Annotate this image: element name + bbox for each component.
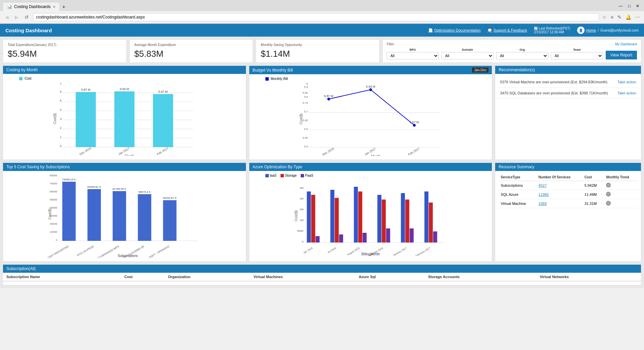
recommendations-header: Recommendation(s) — [495, 66, 641, 74]
svg-text:73499.15 K: 73499.15 K — [62, 178, 76, 181]
svg-text:Feb 2017: Feb 2017 — [407, 147, 420, 156]
resource-table: ServiceType Number Of Services Cost Mont… — [498, 174, 638, 208]
svg-rect-89 — [424, 191, 428, 243]
bookmark-icon[interactable]: ☆ — [602, 14, 607, 20]
svg-text:RTG-US-PROD: RTG-US-PROD — [77, 245, 94, 257]
my-dashboard-link[interactable]: My Dashboard — [615, 42, 637, 46]
dashboard: Total Expenditure(January 2017) $5.94M A… — [0, 37, 644, 288]
domain-select[interactable]: All — [441, 52, 493, 59]
svg-text:50253.87 K: 50253.87 K — [163, 196, 177, 200]
support-feedback-label: Support & Feedback — [493, 28, 527, 32]
cost-3: 31.31M — [582, 199, 604, 208]
forward-button[interactable]: ▶ — [13, 14, 20, 20]
budget-vs-bill-body: Monthly Bill Cost($) 5.5 5.55 5.6 5.65 5… — [249, 74, 492, 160]
svg-rect-77 — [330, 190, 334, 243]
svg-rect-81 — [358, 191, 362, 243]
org-select[interactable]: All — [496, 52, 548, 59]
point-jan — [369, 88, 372, 91]
window-minimize-button[interactable]: — — [617, 3, 625, 9]
svg-rect-90 — [429, 203, 433, 243]
svg-text:5.85: 5.85 — [302, 91, 308, 94]
svg-text:August 2016: August 2016 — [346, 247, 360, 256]
count-link-2[interactable]: 11965 — [539, 192, 549, 196]
home-label[interactable]: Home — [586, 28, 596, 32]
top5-body: Cost($) 0 10000 20000 30000 40000 50000 … — [3, 171, 246, 261]
svg-text:February 2017: February 2017 — [415, 247, 431, 256]
service-type-1: Subscriptions — [498, 181, 535, 190]
window-maximize-button[interactable]: □ — [626, 3, 633, 9]
svg-text:80000: 80000 — [50, 174, 57, 177]
support-feedback-link[interactable]: 💬 Support & Feedback — [487, 28, 527, 33]
svg-rect-86 — [401, 193, 405, 243]
svg-text:Jul 2016: Jul 2016 — [327, 247, 337, 254]
address-bar[interactable] — [33, 13, 599, 21]
window-close-button[interactable]: ✕ — [634, 3, 641, 9]
table-row: SQL Azure 11965 11.49M — [498, 190, 638, 199]
svg-text:3M: 3M — [300, 197, 303, 200]
svg-rect-83 — [377, 195, 381, 243]
table-row: Subscriptions 4527 5.942M — [498, 181, 638, 190]
optimization-doc-link[interactable]: 📄 Optimization Documentation — [428, 28, 481, 33]
service-type-2: SQL Azure — [498, 190, 535, 199]
refresh-button[interactable]: ↺ — [23, 14, 30, 20]
take-action-2[interactable]: Take action — [617, 91, 636, 95]
svg-text:64099.81 K: 64099.81 K — [87, 185, 101, 188]
storage-legend-color — [281, 174, 284, 177]
date-badge[interactable]: Jan-Dec — [472, 68, 488, 73]
bar-sub-4 — [138, 194, 151, 241]
active-tab[interactable]: 📊 Costing Dashboards ✕ — [3, 2, 60, 11]
bar-sub-1 — [62, 182, 76, 241]
count-link-1[interactable]: 4527 — [539, 183, 547, 187]
bell-icon[interactable]: 🔔 — [625, 14, 632, 20]
trend-dot-1 — [606, 183, 611, 187]
trend-1 — [603, 181, 638, 190]
costing-legend: Cost — [19, 77, 243, 80]
more-icon[interactable]: ⋯ — [635, 14, 641, 20]
bpu-filter-group: BPU All — [387, 48, 439, 59]
subscription-table: Subscription Name Cost Organization Virt… — [3, 273, 641, 285]
edit-icon[interactable]: ✎ — [617, 14, 622, 20]
svg-text:5.55: 5.55 — [302, 136, 308, 139]
filter-row: BPU All Domain All Org All — [387, 48, 637, 59]
svg-text:4: 4 — [60, 108, 61, 112]
sub-col-storage: Storage Accounts — [425, 273, 536, 281]
bpu-select[interactable]: All — [387, 52, 439, 59]
total-expenditure-label: Total Expenditure(January 2017) — [8, 43, 122, 47]
svg-text:5.94 M: 5.94 M — [120, 87, 129, 91]
new-tab-button[interactable]: + — [60, 3, 68, 11]
budget-vs-bill-panel: Budget Vs Monthly Bill Jan-Dec Monthly B… — [249, 65, 492, 160]
svg-text:5.67 M: 5.67 M — [159, 90, 168, 93]
count-link-3[interactable]: 1069 — [539, 202, 547, 206]
svg-text:20000: 20000 — [50, 222, 57, 225]
menu-icon[interactable]: ≡ — [610, 14, 614, 20]
team-select[interactable]: All — [551, 52, 603, 59]
tab-close-icon[interactable]: ✕ — [53, 5, 55, 9]
svg-rect-87 — [405, 200, 409, 243]
app-header: Costing Dashboard 📄 Optimization Documen… — [0, 24, 644, 37]
svg-text:30000: 30000 — [50, 214, 57, 217]
browser-chrome: 📊 Costing Dashboards ✕ + — □ ✕ ◀ ▶ ↺ ☆ ≡… — [0, 0, 644, 24]
take-action-1[interactable]: Take action — [617, 80, 636, 84]
recommendations-body: 5376 Virtual Machine are over-provisione… — [495, 74, 641, 101]
back-button[interactable]: ◀ — [3, 14, 10, 20]
svg-text:1M: 1M — [300, 219, 303, 222]
tab-title: Costing Dashboards — [14, 4, 51, 9]
bar-feb-2017 — [153, 94, 173, 147]
cost-2: 11.49M — [582, 190, 604, 199]
total-expenditure-value: $5.94M — [8, 49, 122, 59]
svg-rect-82 — [362, 233, 367, 243]
view-report-button[interactable]: View Report — [606, 51, 637, 59]
svg-text:Cost($): Cost($) — [294, 210, 298, 221]
rec-item-2: 3470 SQL Databases are over-provisioned … — [498, 88, 638, 99]
svg-rect-79 — [339, 234, 343, 243]
optimization-doc-label: Optimization Documentation — [434, 28, 481, 32]
svg-rect-74 — [307, 191, 311, 243]
service-type-3: Virtual Machine — [498, 199, 535, 208]
team-filter-group: Team All — [551, 48, 603, 59]
favicon-icon: 📊 — [7, 4, 12, 9]
costing-by-month-panel: Costing by Month Cost Cost($) 0 1 2 3 4 … — [3, 65, 246, 160]
nav-bar: ◀ ▶ ↺ ☆ ≡ ✎ 🔔 ⋯ — [0, 11, 644, 24]
col-num-services: Number Of Services — [536, 174, 582, 181]
sub-col-vnet: Virtual Networks — [536, 273, 641, 281]
sub-col-vms: Virtual Machines — [250, 273, 355, 281]
